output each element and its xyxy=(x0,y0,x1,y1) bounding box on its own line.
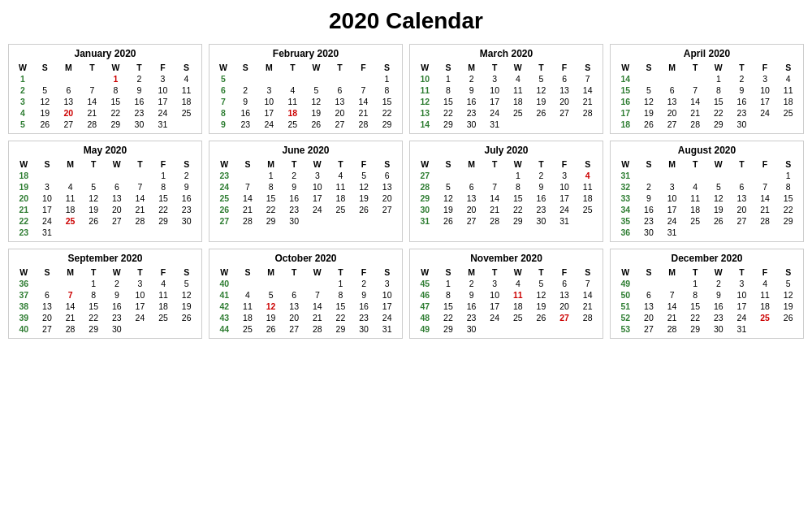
day-cell xyxy=(684,227,707,238)
day-cell: 11 xyxy=(152,289,175,301)
day-cell xyxy=(82,227,106,238)
day-cell: 13 xyxy=(460,193,483,204)
day-cell: 9 xyxy=(234,96,257,107)
day-cell: 12 xyxy=(529,289,553,301)
day-header: S xyxy=(175,266,198,278)
day-cell: 20 xyxy=(730,204,754,215)
day-cell: 17 xyxy=(151,96,175,107)
week-number: 16 xyxy=(614,96,637,107)
day-cell: 13 xyxy=(553,289,577,301)
day-cell: 19 xyxy=(352,193,376,204)
day-cell xyxy=(507,119,530,130)
day-cell: 10 xyxy=(730,289,754,301)
day-cell: 4 xyxy=(152,278,175,289)
day-cell: 5 xyxy=(259,289,283,301)
day-cell: 4 xyxy=(281,84,304,96)
saturday-cell: 4 xyxy=(776,73,800,84)
day-cell xyxy=(80,73,104,84)
saturday-cell: 26 xyxy=(175,312,198,323)
saturday-cell: 13 xyxy=(375,181,399,193)
week-number: 49 xyxy=(413,323,437,335)
day-cell: 29 xyxy=(507,215,530,227)
week-number: 23 xyxy=(213,170,236,181)
month-title: August 2020 xyxy=(614,145,800,156)
day-cell: 21 xyxy=(306,312,330,323)
month-block: October 2020WSMTWTFS40123414567891042111… xyxy=(209,249,403,339)
day-cell: 21 xyxy=(58,312,82,323)
day-cell: 23 xyxy=(730,107,754,119)
saturday-cell: 24 xyxy=(375,312,399,323)
week-number: 7 xyxy=(213,96,234,107)
day-header: F xyxy=(151,62,175,73)
day-header: S xyxy=(234,62,257,73)
day-cell: 27 xyxy=(328,119,352,130)
saturday-cell: 18 xyxy=(776,96,800,107)
day-cell: 30 xyxy=(283,215,306,227)
saturday-cell: 11 xyxy=(776,84,800,96)
week-number: 8 xyxy=(213,107,234,119)
day-cell: 15 xyxy=(507,193,530,204)
day-cell: 20 xyxy=(283,312,306,323)
day-cell: 22 xyxy=(437,107,460,119)
day-cell: 5 xyxy=(529,73,553,84)
saturday-cell: 7 xyxy=(576,73,599,84)
day-cell: 21 xyxy=(754,204,777,215)
day-cell: 20 xyxy=(553,96,577,107)
day-cell: 14 xyxy=(306,301,330,312)
day-cell xyxy=(660,170,684,181)
day-cell: 3 xyxy=(257,84,281,96)
day-cell: 28 xyxy=(80,119,104,130)
saturday-cell: 17 xyxy=(375,301,399,312)
day-cell: 24 xyxy=(257,119,281,130)
day-cell: 29 xyxy=(707,119,731,130)
day-header: M xyxy=(660,266,684,278)
month-block: June 2020WSMTWTFS23123456247891011121325… xyxy=(209,141,403,242)
day-cell xyxy=(236,278,260,289)
day-cell xyxy=(58,170,82,181)
day-cell: 25 xyxy=(754,312,777,323)
day-cell: 22 xyxy=(152,204,175,215)
week-number: 19 xyxy=(12,181,36,193)
day-header: F xyxy=(553,266,577,278)
saturday-cell: 1 xyxy=(776,170,800,181)
day-cell: 7 xyxy=(754,181,777,193)
day-cell xyxy=(58,278,82,289)
day-cell: 6 xyxy=(36,289,59,301)
day-cell: 7 xyxy=(684,84,707,96)
day-cell xyxy=(707,170,731,181)
day-header: F xyxy=(152,158,175,170)
day-cell xyxy=(352,73,375,84)
day-header: W xyxy=(614,62,637,73)
day-cell: 17 xyxy=(36,204,59,215)
saturday-cell: 9 xyxy=(175,181,198,193)
day-header: W xyxy=(104,62,127,73)
day-cell: 25 xyxy=(152,312,175,323)
saturday-cell: 30 xyxy=(175,215,198,227)
day-cell: 9 xyxy=(352,289,376,301)
day-cell xyxy=(304,73,328,84)
day-cell: 20 xyxy=(637,312,661,323)
day-header: S xyxy=(637,62,661,73)
day-cell xyxy=(257,73,281,84)
day-cell: 15 xyxy=(329,301,352,312)
day-cell: 7 xyxy=(306,289,330,301)
day-cell: 29 xyxy=(259,215,283,227)
day-cell: 6 xyxy=(553,73,577,84)
week-number: 32 xyxy=(614,181,637,193)
day-header: S xyxy=(375,62,399,73)
day-cell: 21 xyxy=(128,204,152,215)
day-cell: 20 xyxy=(106,204,129,215)
day-cell: 27 xyxy=(637,323,661,335)
saturday-cell xyxy=(175,323,198,335)
day-cell xyxy=(283,278,306,289)
day-cell: 25 xyxy=(507,312,530,323)
day-cell: 15 xyxy=(104,96,127,107)
day-cell: 23 xyxy=(106,312,129,323)
day-cell: 14 xyxy=(660,301,684,312)
day-cell: 23 xyxy=(127,107,151,119)
saturday-cell: 29 xyxy=(375,119,399,130)
day-cell: 20 xyxy=(328,107,352,119)
month-title: July 2020 xyxy=(413,145,599,156)
day-cell: 28 xyxy=(352,119,375,130)
day-cell: 6 xyxy=(106,181,129,193)
